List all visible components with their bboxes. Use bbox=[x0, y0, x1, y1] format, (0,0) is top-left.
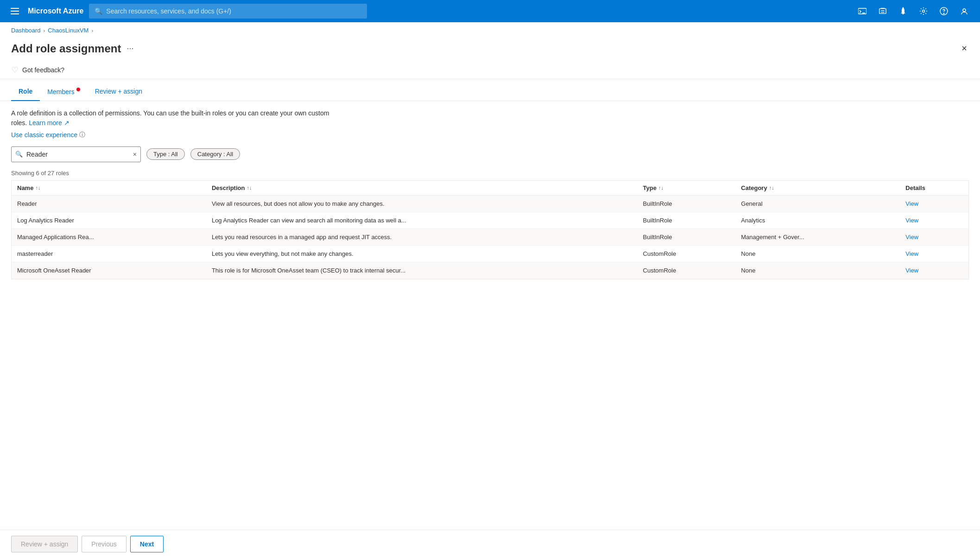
tab-bar: Role Members Review + assign bbox=[0, 83, 980, 101]
row-category: None bbox=[735, 245, 900, 262]
table-row[interactable]: Managed Applications Rea... Lets you rea… bbox=[12, 228, 968, 245]
row-description: Log Analytics Reader can view and search… bbox=[206, 212, 638, 228]
row-category: None bbox=[735, 262, 900, 279]
settings-icon[interactable] bbox=[915, 3, 932, 19]
type-sort-icon: ↑↓ bbox=[658, 185, 664, 190]
name-sort-btn[interactable]: Name ↑↓ bbox=[17, 184, 40, 191]
col-type[interactable]: Type ↑↓ bbox=[638, 181, 736, 196]
global-search-box[interactable]: 🔍 bbox=[89, 4, 367, 19]
feedback-bar: ♡ Got feedback? bbox=[0, 61, 980, 79]
row-type: BuiltInRole bbox=[638, 212, 736, 228]
category-filter-button[interactable]: Category : All bbox=[190, 148, 240, 160]
svg-point-10 bbox=[943, 13, 944, 14]
row-description: This role is for Microsoft OneAsset team… bbox=[206, 262, 638, 279]
row-category: Management + Gover... bbox=[735, 228, 900, 245]
page-title-area: Add role assignment ··· bbox=[11, 42, 133, 55]
search-clear-button[interactable]: × bbox=[133, 151, 137, 158]
roles-tbody: Reader View all resources, but does not … bbox=[12, 195, 968, 279]
close-button[interactable]: × bbox=[960, 41, 969, 56]
showing-label: Showing 6 of 27 roles bbox=[11, 170, 969, 177]
row-description: Lets you view everything, but not make a… bbox=[206, 245, 638, 262]
view-link[interactable]: View bbox=[905, 217, 918, 224]
svg-rect-5 bbox=[879, 9, 886, 14]
bell-icon[interactable] bbox=[895, 3, 911, 19]
breadcrumb: Dashboard › ChaosLinuxVM › bbox=[0, 22, 980, 38]
desc-sort-btn[interactable]: Description ↑↓ bbox=[212, 184, 252, 191]
col-category[interactable]: Category ↑↓ bbox=[735, 181, 900, 196]
roles-table-container[interactable]: Name ↑↓ Description ↑↓ Type ↑↓ bbox=[11, 180, 969, 279]
row-name: masterreader bbox=[12, 245, 206, 262]
row-name: Managed Applications Rea... bbox=[12, 228, 206, 245]
page-header: Add role assignment ··· × bbox=[0, 38, 980, 61]
row-description: View all resources, but does not allow y… bbox=[206, 195, 638, 212]
top-navigation: Microsoft Azure 🔍 bbox=[0, 0, 980, 22]
cat-sort-icon: ↑↓ bbox=[769, 185, 774, 190]
breadcrumb-sep-2: › bbox=[91, 28, 93, 33]
svg-point-11 bbox=[963, 9, 966, 12]
svg-point-8 bbox=[923, 10, 925, 13]
row-name: Microsoft OneAsset Reader bbox=[12, 262, 206, 279]
search-icon: 🔍 bbox=[95, 7, 102, 15]
col-name[interactable]: Name ↑↓ bbox=[12, 181, 206, 196]
table-header-row: Name ↑↓ Description ↑↓ Type ↑↓ bbox=[12, 181, 968, 196]
svg-rect-0 bbox=[11, 8, 19, 9]
page-title: Add role assignment bbox=[11, 42, 121, 55]
row-description: Lets you read resources in a managed app… bbox=[206, 228, 638, 245]
search-filter-row: 🔍 × Type : All Category : All bbox=[11, 146, 969, 162]
help-icon[interactable] bbox=[936, 3, 952, 19]
col-description[interactable]: Description ↑↓ bbox=[206, 181, 638, 196]
row-details[interactable]: View bbox=[900, 262, 968, 279]
tab-role[interactable]: Role bbox=[11, 83, 40, 101]
row-details[interactable]: View bbox=[900, 245, 968, 262]
feedback-label[interactable]: Got feedback? bbox=[22, 66, 64, 74]
breadcrumb-dashboard[interactable]: Dashboard bbox=[11, 27, 41, 34]
cat-sort-btn[interactable]: Category ↑↓ bbox=[741, 184, 774, 191]
type-filter-button[interactable]: Type : All bbox=[146, 148, 185, 160]
row-type: BuiltInRole bbox=[638, 195, 736, 212]
row-details[interactable]: View bbox=[900, 228, 968, 245]
row-type: BuiltInRole bbox=[638, 228, 736, 245]
role-description-text: A role definition is a collection of per… bbox=[11, 108, 345, 128]
role-search-input[interactable] bbox=[26, 151, 129, 158]
account-icon[interactable] bbox=[956, 3, 973, 19]
row-name: Reader bbox=[12, 195, 206, 212]
tab-members[interactable]: Members bbox=[40, 83, 87, 101]
directory-icon[interactable] bbox=[874, 3, 891, 19]
cloud-shell-icon[interactable] bbox=[854, 3, 871, 19]
table-row[interactable]: Microsoft OneAsset Reader This role is f… bbox=[12, 262, 968, 279]
desc-sort-icon: ↑↓ bbox=[247, 185, 252, 190]
table-row[interactable]: masterreader Lets you view everything, b… bbox=[12, 245, 968, 262]
row-type: CustomRole bbox=[638, 262, 736, 279]
name-sort-icon: ↑↓ bbox=[35, 185, 40, 190]
learn-more-link[interactable]: Learn more ↗ bbox=[29, 119, 69, 127]
page-menu-button[interactable]: ··· bbox=[126, 44, 133, 53]
heart-icon: ♡ bbox=[11, 65, 19, 75]
role-search-box: 🔍 × bbox=[11, 146, 141, 162]
search-icon: 🔍 bbox=[15, 151, 23, 158]
row-details[interactable]: View bbox=[900, 212, 968, 228]
breadcrumb-vm[interactable]: ChaosLinuxVM bbox=[48, 27, 89, 34]
info-icon[interactable]: ⓘ bbox=[79, 131, 85, 139]
topnav-icon-group bbox=[854, 3, 973, 19]
type-sort-btn[interactable]: Type ↑↓ bbox=[643, 184, 664, 191]
main-content: A role definition is a collection of per… bbox=[0, 108, 980, 279]
row-name: Log Analytics Reader bbox=[12, 212, 206, 228]
table-row[interactable]: Log Analytics Reader Log Analytics Reade… bbox=[12, 212, 968, 228]
view-link[interactable]: View bbox=[905, 267, 918, 274]
view-link[interactable]: View bbox=[905, 200, 918, 207]
roles-table: Name ↑↓ Description ↑↓ Type ↑↓ bbox=[12, 181, 968, 279]
hamburger-menu-icon[interactable] bbox=[7, 4, 22, 19]
tab-review-assign[interactable]: Review + assign bbox=[88, 83, 150, 101]
view-link[interactable]: View bbox=[905, 234, 918, 241]
svg-rect-1 bbox=[11, 11, 19, 12]
members-dot bbox=[76, 88, 80, 91]
table-row[interactable]: Reader View all resources, but does not … bbox=[12, 195, 968, 212]
classic-link-anchor[interactable]: Use classic experience bbox=[11, 131, 77, 139]
breadcrumb-sep-1: › bbox=[44, 28, 45, 33]
row-details[interactable]: View bbox=[900, 195, 968, 212]
svg-rect-2 bbox=[11, 13, 19, 14]
global-search-input[interactable] bbox=[106, 7, 361, 15]
divider bbox=[0, 79, 980, 79]
view-link[interactable]: View bbox=[905, 250, 918, 257]
classic-experience-link[interactable]: Use classic experience ⓘ bbox=[11, 131, 969, 139]
